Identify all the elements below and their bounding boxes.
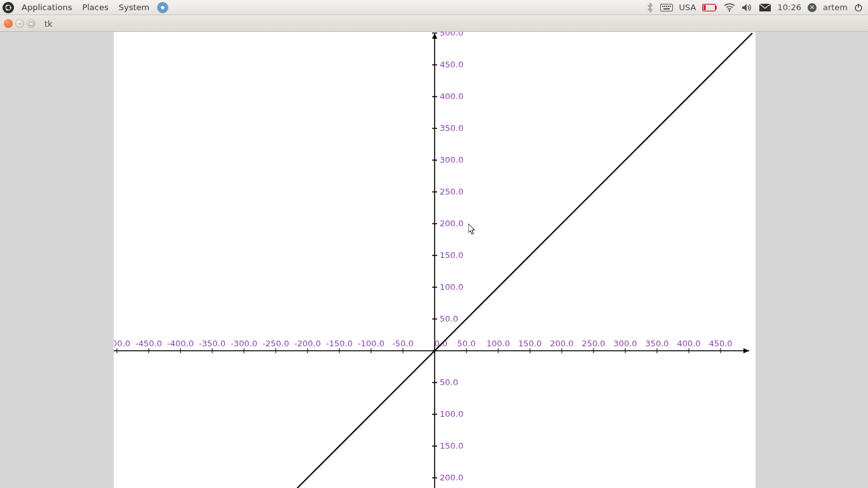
ubuntu-logo-icon[interactable] [3,2,14,13]
svg-text:-350.0: -350.0 [199,339,226,348]
svg-text:-400.0: -400.0 [167,339,194,348]
svg-text:-500.0: -500.0 [114,339,130,348]
svg-text:-100.0: -100.0 [358,339,384,348]
svg-text:100.0: 100.0 [440,409,463,419]
wifi-icon[interactable] [724,3,735,12]
panel-right: USA 10:26 ✕ artem [646,3,868,13]
menu-places[interactable]: Places [77,0,113,15]
window-client-area: -500.0-450.0-400.0-350.0-300.0-250.0-200… [2,32,866,488]
svg-rect-7 [666,6,667,7]
window-close-button[interactable] [4,19,13,28]
gnome-top-panel: Applications Places System USA 10:26 ✕ a… [0,0,868,15]
svg-text:200.0: 200.0 [440,473,463,482]
svg-text:100.0: 100.0 [486,339,510,348]
svg-text:350.0: 350.0 [645,339,668,348]
svg-text:500.0: 500.0 [440,32,463,37]
volume-icon[interactable] [742,3,753,12]
bluetooth-icon[interactable] [646,3,654,13]
window-titlebar[interactable]: – ▢ tk [0,15,868,32]
chromium-launcher-icon[interactable] [157,2,168,13]
svg-point-3 [6,8,8,10]
user-status-icon[interactable]: ✕ [808,3,817,12]
panel-left: Applications Places System [0,0,168,15]
keyboard-icon[interactable] [660,4,673,11]
svg-text:200.0: 200.0 [440,219,463,228]
svg-text:150.0: 150.0 [518,339,541,348]
menu-applications[interactable]: Applications [17,0,77,15]
svg-rect-9 [670,6,671,7]
svg-point-14 [729,10,731,11]
svg-point-2 [6,4,8,6]
svg-text:150.0: 150.0 [440,441,463,451]
svg-text:350.0: 350.0 [440,123,463,133]
svg-text:-200.0: -200.0 [294,339,321,348]
svg-rect-5 [662,6,663,7]
svg-text:300.0: 300.0 [613,339,637,348]
svg-rect-8 [668,6,669,7]
svg-text:150.0: 150.0 [440,250,463,260]
window-minimize-button[interactable]: – [15,19,24,28]
user-label[interactable]: artem [823,3,848,12]
clock-label[interactable]: 10:26 [777,3,801,12]
battery-icon[interactable] [702,4,717,11]
svg-text:-250.0: -250.0 [262,339,289,348]
svg-rect-12 [715,6,717,9]
svg-text:300.0: 300.0 [440,155,463,165]
svg-rect-4 [660,4,672,11]
svg-text:450.0: 450.0 [440,60,463,69]
svg-text:-300.0: -300.0 [231,339,257,348]
svg-text:50.0: 50.0 [440,377,458,387]
svg-text:-150.0: -150.0 [326,339,353,348]
svg-text:450.0: 450.0 [709,339,732,348]
svg-text:50.0: 50.0 [458,339,476,348]
svg-text:400.0: 400.0 [440,92,463,101]
svg-text:-50.0: -50.0 [392,339,414,348]
svg-point-1 [10,6,11,8]
keyboard-layout-label[interactable]: USA [679,3,696,12]
svg-text:250.0: 250.0 [440,187,463,196]
window-maximize-button[interactable]: ▢ [27,19,36,28]
svg-rect-13 [704,5,707,10]
svg-rect-6 [664,6,665,7]
svg-rect-10 [663,8,670,10]
menu-system[interactable]: System [114,0,154,15]
svg-text:-450.0: -450.0 [135,339,162,348]
window-title: tk [44,19,53,29]
power-icon[interactable] [854,3,863,12]
svg-text:250.0: 250.0 [581,339,605,348]
plot-canvas[interactable]: -500.0-450.0-400.0-350.0-300.0-250.0-200… [114,32,756,488]
mail-icon[interactable] [759,4,771,11]
plot-svg: -500.0-450.0-400.0-350.0-300.0-250.0-200… [114,32,756,488]
svg-text:200.0: 200.0 [550,339,573,348]
svg-text:400.0: 400.0 [677,339,700,348]
svg-text:100.0: 100.0 [440,282,463,292]
svg-text:50.0: 50.0 [440,314,458,323]
